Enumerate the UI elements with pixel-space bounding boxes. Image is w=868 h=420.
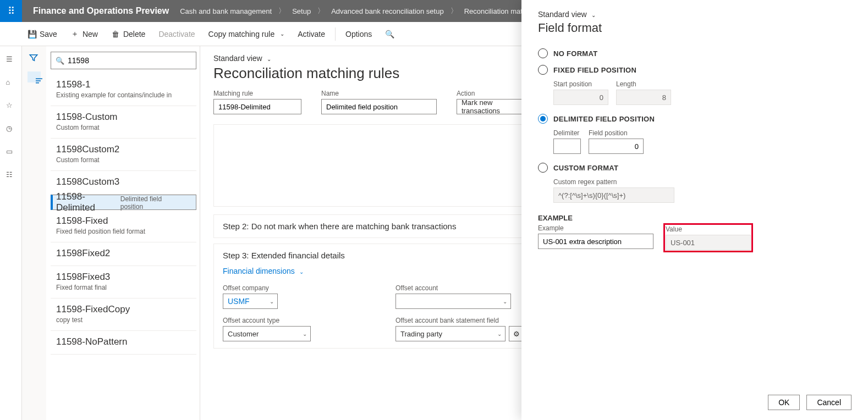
regex-pattern-label: Custom regex pattern	[553, 178, 674, 186]
search-input[interactable]	[68, 56, 191, 65]
menu-icon[interactable]: ☰	[6, 55, 16, 65]
list-item[interactable]: 11598Fixed3Fixed format final	[51, 266, 196, 299]
save-icon: 💾	[28, 30, 36, 38]
filter-icon[interactable]	[29, 53, 40, 64]
radio-icon	[538, 163, 548, 173]
list-item-subtitle: Existing example for contains/include in	[56, 91, 191, 99]
list-item[interactable]: 11598-FixedCopycopy test	[51, 299, 196, 331]
copy-rule-button[interactable]: Copy matching rule⌄	[203, 26, 290, 42]
star-icon[interactable]: ☆	[6, 101, 16, 111]
list-item[interactable]: 11598-CustomCustom format	[51, 106, 196, 139]
breadcrumb-item[interactable]: Cash and bank management	[180, 7, 272, 15]
no-format-label: NO FORMAT	[553, 49, 597, 58]
app-title: Finance and Operations Preview	[22, 6, 180, 16]
delimited-position-option[interactable]: DELIMITED FIELD POSITION	[538, 114, 851, 124]
value-label: Value	[666, 225, 751, 233]
chevron-down-icon: ⌄	[270, 299, 274, 305]
offset-account-select[interactable]: ⌄	[395, 294, 511, 309]
start-position-label: Start position	[553, 80, 608, 88]
length-label: Length	[616, 80, 671, 88]
panel-title: Field format	[538, 21, 851, 35]
matching-rule-label: Matching rule	[213, 90, 301, 97]
home-icon[interactable]: ⌂	[6, 78, 16, 88]
example-heading: EXAMPLE	[538, 214, 851, 222]
chevron-down-icon: ⌄	[497, 331, 502, 337]
list-item[interactable]: 11598-NoPattern	[51, 331, 196, 355]
chevron-down-icon: ⌄	[267, 56, 271, 62]
action-value: Mark new transactions	[462, 98, 531, 115]
list-pane: 🔍 11598-1Existing example for contains/i…	[46, 46, 200, 420]
separator	[335, 27, 336, 41]
list-item-title: 11598-FixedCopy	[56, 304, 191, 315]
panel-standard-view-dropdown[interactable]: Standard view ⌄	[538, 10, 851, 19]
offset-account-type-label: Offset account type	[223, 317, 371, 324]
breadcrumb: Cash and bank management〉 Setup〉 Advance…	[180, 6, 537, 16]
ok-button[interactable]: OK	[768, 395, 800, 410]
offset-company-select[interactable]: USMF⌄	[223, 294, 278, 309]
delete-button[interactable]: 🗑Delete	[106, 26, 151, 42]
activate-button[interactable]: Activate	[292, 26, 331, 42]
list-item-subtitle: Fixed format final	[56, 284, 191, 291]
offset-company-label: Offset company	[223, 284, 371, 292]
list-item-title: 11598-Fixed	[56, 215, 191, 226]
list-item[interactable]: 11598-DelimitedDelimited field position	[51, 195, 196, 210]
matching-rule-input[interactable]	[213, 99, 301, 114]
list-item-subtitle: Custom format	[56, 156, 191, 164]
offset-account-type-value: Customer	[228, 330, 259, 338]
field-format-panel: Standard view ⌄ Field format NO FORMAT F…	[521, 0, 868, 420]
example-label: Example	[538, 224, 653, 232]
chevron-right-icon: 〉	[317, 6, 325, 16]
save-button[interactable]: 💾Save	[22, 26, 63, 42]
new-label: New	[83, 30, 98, 38]
app-launcher-icon[interactable]: ⠿	[0, 0, 22, 22]
list-item[interactable]: 11598Custom2Custom format	[51, 139, 196, 171]
breadcrumb-item[interactable]: Setup	[292, 7, 311, 15]
offset-bank-stmt-label: Offset account bank statement field	[395, 317, 506, 324]
no-format-option[interactable]: NO FORMAT	[538, 48, 851, 58]
radio-icon	[538, 114, 548, 124]
list-item-title: 11598Fixed3	[56, 272, 191, 283]
radio-icon	[538, 65, 548, 75]
delimiter-input[interactable]	[553, 139, 581, 154]
deactivate-label: Deactivate	[158, 30, 195, 38]
field-position-input[interactable]	[589, 139, 644, 154]
example-input[interactable]	[538, 234, 653, 249]
name-input[interactable]	[321, 99, 437, 114]
list-item[interactable]: 11598-FixedFixed field position field fo…	[51, 210, 196, 242]
search-input-wrapper[interactable]: 🔍	[51, 52, 196, 69]
chevron-down-icon: ⌄	[591, 12, 596, 18]
fd-label: Financial dimensions	[223, 267, 295, 275]
list-icon[interactable]	[28, 71, 41, 82]
workspace-icon[interactable]: ▭	[6, 147, 16, 157]
trash-icon: 🗑	[111, 30, 120, 38]
offset-account-type-select[interactable]: Customer⌄	[223, 326, 311, 341]
field-position-label: Field position	[589, 129, 644, 137]
list-item[interactable]: 11598-1Existing example for contains/inc…	[51, 74, 196, 106]
chevron-down-icon: ⌄	[299, 269, 304, 275]
chevron-down-icon: ⌄	[280, 31, 284, 37]
value-output	[666, 235, 751, 250]
custom-format-option[interactable]: CUSTOM FORMAT	[538, 163, 851, 173]
delimiter-label: Delimiter	[553, 129, 581, 137]
options-button[interactable]: Options	[340, 26, 377, 42]
breadcrumb-item[interactable]: Advanced bank reconciliation setup	[331, 7, 444, 15]
search-button[interactable]: 🔍	[380, 26, 399, 42]
list-item-subtitle: Custom format	[56, 124, 191, 131]
recent-icon[interactable]: ◷	[6, 124, 16, 134]
list-item-title: 11598-1	[56, 79, 191, 90]
fixed-position-option[interactable]: FIXED FIELD POSITION	[538, 65, 851, 75]
financial-dimensions-link[interactable]: Financial dimensions ⌄	[223, 267, 304, 275]
list-item-title: 11598Custom2	[56, 144, 191, 155]
search-icon: 🔍	[56, 57, 64, 65]
offset-company-value: USMF	[228, 297, 250, 306]
list-item[interactable]: 11598Fixed2	[51, 242, 196, 266]
modules-icon[interactable]: ☷	[6, 170, 16, 180]
offset-bank-stmt-select[interactable]: Trading party⌄	[395, 326, 506, 341]
new-button[interactable]: ＋New	[65, 26, 103, 42]
filter-column	[22, 46, 46, 420]
list-item-title: 11598-Custom	[56, 112, 191, 123]
custom-format-label: CUSTOM FORMAT	[553, 164, 618, 172]
cancel-button[interactable]: Cancel	[806, 395, 851, 410]
list-item-title: 11598-NoPattern	[56, 336, 191, 347]
search-icon: 🔍	[385, 30, 394, 38]
